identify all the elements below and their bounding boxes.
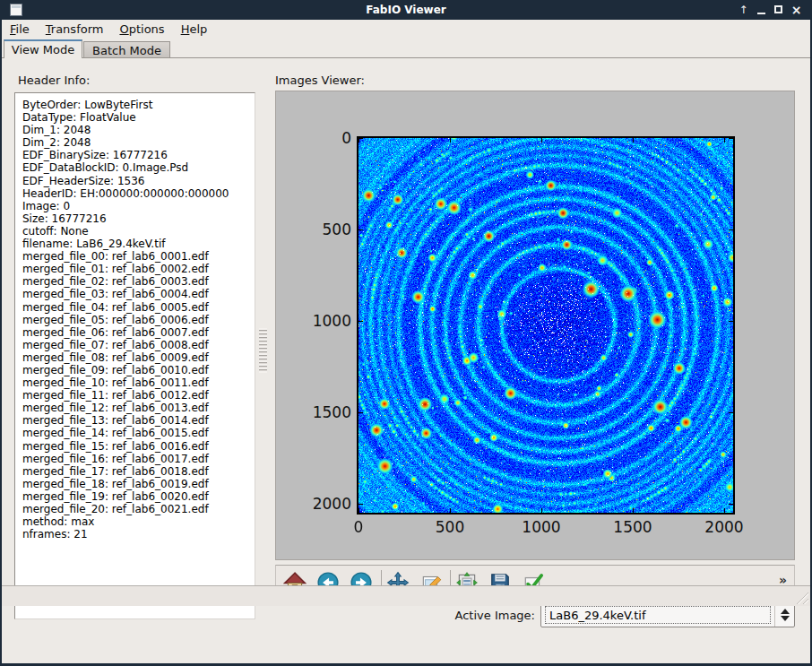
active-image-label: Active Image:	[2, 609, 535, 622]
maximize-icon	[774, 5, 782, 13]
header-line: merged_file_12: ref_lab6_0013.edf	[22, 402, 255, 414]
menu-help[interactable]: Help	[173, 20, 216, 39]
header-line: merged_file_07: ref_lab6_0008.edf	[22, 339, 255, 351]
header-line: method: max	[22, 515, 255, 528]
header-line: merged_file_15: ref_lab6_0016.edf	[22, 440, 255, 453]
menu-bar: FileTransformOptionsHelp	[2, 20, 810, 39]
header-line: Image: 0	[22, 200, 255, 212]
combobox-spinner[interactable]	[774, 603, 794, 627]
header-line: merged_file_08: ref_lab6_0009.edf	[22, 351, 255, 364]
figure-canvas-area: 05001000150020000500100015002000	[275, 91, 795, 560]
tab-batch-mode[interactable]: Batch Mode	[83, 41, 170, 57]
header-line: merged_file_18: ref_lab6_0019.edf	[22, 478, 255, 490]
title-bar[interactable]: FabIO Viewer ↑ ×	[2, 0, 810, 20]
axes-area[interactable]	[357, 136, 735, 515]
menu-options[interactable]: Options	[111, 20, 172, 39]
header-line: nframes: 21	[22, 528, 255, 541]
y-tick-label: 0	[310, 129, 351, 147]
y-tick-label: 2000	[310, 495, 351, 513]
active-image-value: LaB6_29.4keV.tif	[545, 606, 771, 624]
x-tick-label: 1500	[613, 518, 652, 536]
shade-window-button[interactable]: ↑	[736, 0, 751, 20]
spin-down-icon	[781, 616, 790, 621]
header-line: DataType: FloatValue	[22, 111, 255, 124]
header-line: merged_file_09: ref_lab6_0010.edf	[22, 364, 255, 376]
close-button[interactable]: ×	[789, 0, 804, 20]
header-line: merged_file_14: ref_lab6_0015.edf	[22, 427, 255, 439]
spin-up-icon	[781, 609, 790, 614]
window-title: FabIO Viewer	[2, 0, 810, 20]
header-line: Dim_1: 2048	[22, 124, 255, 136]
header-line: Dim_2: 2048	[22, 136, 255, 149]
header-line: merged_file_20: ref_lab6_0021.edf	[22, 503, 255, 515]
active-image-combobox[interactable]: LaB6_29.4keV.tif	[540, 602, 795, 627]
resize-grip[interactable]	[794, 590, 808, 604]
minimize-button[interactable]	[754, 0, 769, 20]
header-line: EDF_DataBlockID: 0.Image.Psd	[22, 161, 255, 174]
menu-file[interactable]: File	[2, 20, 38, 39]
header-info-label: Header Info:	[18, 74, 90, 87]
header-line: merged_file_04: ref_lab6_0005.edf	[22, 301, 255, 314]
x-tick-label: 0	[354, 518, 364, 536]
minimize-icon	[757, 13, 765, 14]
header-line: EDF_HeaderSize: 1536	[22, 175, 255, 187]
header-line: HeaderID: EH:000000:000000:000000	[22, 187, 255, 200]
x-tick-label: 500	[436, 518, 464, 536]
header-line: merged_file_01: ref_lab6_0002.edf	[22, 263, 255, 275]
x-tick-label: 2000	[704, 518, 743, 536]
header-info-textarea[interactable]: ByteOrder: LowByteFirstDataType: FloatVa…	[14, 92, 255, 619]
header-line: merged_file_06: ref_lab6_0007.edf	[22, 326, 255, 339]
header-line: merged_file_13: ref_lab6_0014.edf	[22, 414, 255, 427]
tab-view-mode[interactable]: View Mode	[4, 39, 82, 58]
header-line: filename: LaB6_29.4keV.tif	[22, 238, 255, 250]
y-tick-label: 1000	[310, 312, 351, 330]
header-line: ByteOrder: LowByteFirst	[22, 99, 255, 111]
maximize-button[interactable]	[771, 0, 786, 20]
header-line: merged_file_16: ref_lab6_0017.edf	[22, 453, 255, 465]
header-line: merged_file_10: ref_lab6_0011.edf	[22, 376, 255, 389]
menu-transform[interactable]: Transform	[38, 20, 112, 39]
view-mode-page: Header Info: ByteOrder: LowByteFirstData…	[2, 57, 810, 643]
header-line: EDF_BinarySize: 16777216	[22, 149, 255, 161]
header-line: merged_file_17: ref_lab6_0018.edf	[22, 465, 255, 478]
y-tick-label: 500	[310, 221, 351, 238]
header-line: merged_file_02: ref_lab6_0003.edf	[22, 275, 255, 288]
app-window: FabIO Viewer ↑ × FileTransformOptionsHel…	[0, 0, 812, 666]
header-line: merged_file_19: ref_lab6_0020.edf	[22, 490, 255, 503]
y-tick-label: 1500	[310, 403, 351, 421]
status-bar	[2, 586, 810, 606]
x-tick-label: 1000	[522, 518, 560, 536]
header-line: Size: 16777216	[22, 212, 255, 225]
header-line: merged_file_00: ref_lab6_0001.edf	[22, 250, 255, 263]
header-line: merged_file_11: ref_lab6_0012.edf	[22, 389, 255, 402]
header-line: cutoff: None	[22, 225, 255, 238]
tab-bar: View Mode Batch Mode	[2, 39, 810, 58]
diffraction-image[interactable]	[358, 138, 733, 513]
header-line: merged_file_05: ref_lab6_0006.edf	[22, 314, 255, 326]
images-viewer-label: Images Viewer:	[275, 74, 365, 87]
header-line: merged_file_03: ref_lab6_0004.edf	[22, 288, 255, 300]
splitter-handle[interactable]	[259, 328, 267, 373]
